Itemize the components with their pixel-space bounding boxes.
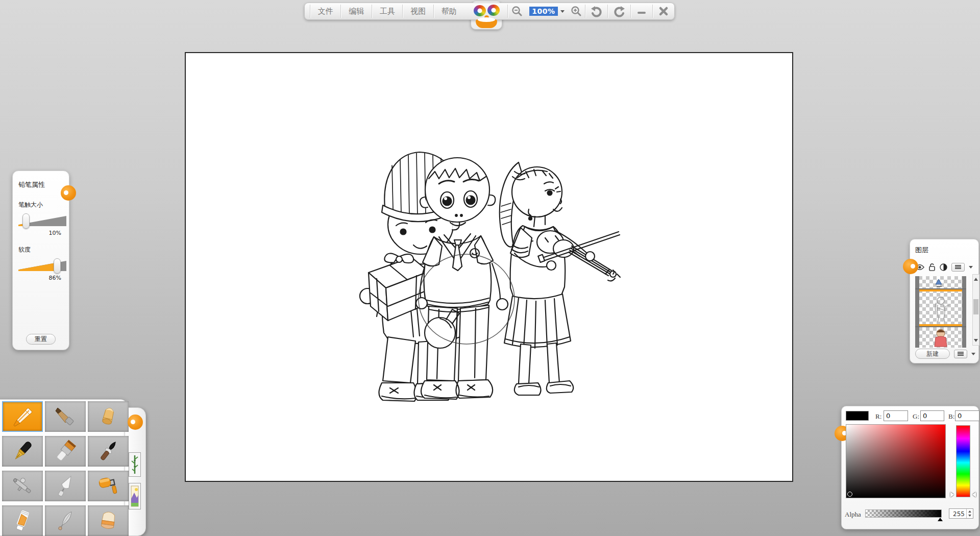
tool-ink-brush[interactable] (88, 436, 129, 467)
green-label: G: (913, 412, 919, 421)
zoom-in-button[interactable] (568, 3, 585, 19)
menu-edit[interactable]: 编辑 (341, 3, 372, 19)
zoom-dropdown-caret-icon[interactable] (560, 10, 565, 13)
tool-pastel-crayon[interactable] (88, 401, 129, 432)
red-label: R: (875, 412, 881, 421)
clown-right-eye-icon (487, 5, 500, 16)
drawing-canvas[interactable] (185, 52, 793, 482)
zoom-out-button[interactable] (508, 3, 526, 19)
ink-brush-icon (96, 439, 120, 464)
menu-lines-icon (955, 265, 961, 269)
softness-thumb[interactable] (54, 258, 61, 274)
clown-mouth-icon (476, 19, 497, 28)
brush-size-slider[interactable] (18, 213, 66, 229)
redo-button[interactable] (608, 3, 630, 19)
layer-menu-caret-icon[interactable] (969, 266, 973, 269)
zoom-level-value[interactable]: 100% (529, 7, 557, 16)
palette-collapse-handle[interactable] (128, 415, 143, 430)
hue-marker-left-icon[interactable] (950, 492, 954, 497)
layer-menu-button[interactable] (951, 263, 965, 272)
charcoal-pencil-icon (53, 404, 78, 429)
pencil-icon (10, 404, 35, 429)
new-layer-button[interactable]: 新建 (915, 349, 950, 359)
alpha-slider[interactable] (865, 509, 942, 518)
redo-arrow-icon (612, 5, 626, 17)
texture-image-icon (131, 485, 139, 507)
layer-item-bottom[interactable] (915, 327, 966, 348)
alpha-decrement-icon[interactable] (968, 515, 971, 517)
red-input[interactable] (884, 410, 908, 421)
tool-fountain-pen[interactable] (2, 436, 43, 467)
pencil-panel-collapse-handle[interactable] (61, 185, 76, 201)
scrollbar-thumb[interactable] (973, 299, 978, 314)
hue-slider[interactable] (956, 425, 970, 497)
softness-value: 86% (18, 275, 64, 281)
palette-knife-icon (53, 474, 78, 498)
tool-pencil[interactable] (2, 401, 43, 432)
tool-paint-tube[interactable] (2, 505, 43, 536)
pencil-properties-panel: 铅笔属性 笔触大小 10% 软度 86% 重置 (12, 170, 69, 350)
tool-paint-roller[interactable] (88, 471, 129, 501)
tool-painting-knife[interactable] (45, 505, 86, 536)
layer-item-top[interactable] (915, 276, 966, 288)
softness-slider[interactable] (18, 258, 66, 274)
alpha-marker-icon[interactable] (938, 518, 943, 521)
paint-tube-icon (10, 508, 35, 533)
application-window: 文件 编辑 工具 视图 帮助 100% (0, 0, 980, 536)
reset-button[interactable]: 重置 (26, 334, 56, 345)
painting-knife-icon (53, 508, 78, 533)
airbrush-icon (10, 474, 35, 498)
tool-eraser[interactable] (88, 505, 129, 536)
brush-size-thumb[interactable] (22, 213, 30, 229)
scroll-down-arrow-icon[interactable] (973, 337, 979, 344)
layer-selected-thumbnail (915, 289, 966, 326)
unlock-padlock-icon[interactable] (928, 263, 936, 271)
alpha-steppers[interactable] (966, 509, 973, 518)
alpha-label: Alpha (845, 510, 861, 519)
layer-options-button[interactable] (954, 350, 967, 358)
menu-tools[interactable]: 工具 (372, 3, 403, 19)
zoom-out-magnifier-icon (511, 6, 523, 17)
blend-contrast-icon[interactable] (940, 263, 947, 271)
brush-size-label: 笔触大小 (18, 201, 64, 209)
undo-arrow-icon (590, 5, 603, 17)
scroll-up-arrow-icon[interactable] (973, 276, 979, 283)
alpha-increment-icon[interactable] (968, 510, 971, 513)
alpha-spinner[interactable]: 255 (949, 508, 973, 519)
menu-help[interactable]: 帮助 (434, 3, 464, 19)
close-button[interactable] (653, 3, 674, 19)
layer-list (915, 276, 966, 348)
tool-flat-brush[interactable] (45, 436, 86, 467)
flat-brush-icon (53, 439, 78, 464)
menu-view[interactable]: 视图 (403, 3, 433, 19)
layers-panel-collapse-handle[interactable] (903, 259, 918, 274)
layer-options-caret-icon[interactable] (971, 353, 975, 355)
bamboo-texture-button[interactable] (129, 452, 141, 477)
zoom-level-combobox[interactable]: 100% (526, 7, 567, 16)
menu-lines-icon (958, 352, 964, 356)
color-cursor[interactable] (847, 492, 852, 497)
boy-with-vest-figure (416, 158, 508, 399)
tool-charcoal-pencil[interactable] (45, 401, 86, 432)
layer-list-scrollbar[interactable] (972, 274, 979, 346)
green-input[interactable] (920, 410, 944, 421)
clown-left-eye-icon (474, 5, 486, 16)
color-picker-panel: R: G: B: Alpha 255 (841, 406, 979, 529)
layer-item-selected[interactable] (915, 289, 966, 326)
pencil-panel-title: 铅笔属性 (18, 180, 64, 189)
hue-marker-right-icon[interactable] (972, 492, 976, 497)
undo-button[interactable] (585, 3, 607, 19)
blue-input[interactable] (955, 410, 979, 421)
menu-file[interactable]: 文件 (310, 3, 341, 19)
app-logo-button[interactable] (471, 1, 502, 30)
pastel-crayon-icon (96, 404, 120, 429)
tool-airbrush[interactable] (2, 471, 43, 501)
current-color-swatch[interactable] (846, 411, 869, 421)
layers-panel: 图层 (910, 239, 979, 363)
canvas-texture-button[interactable] (129, 483, 141, 509)
tool-palette-knife[interactable] (45, 471, 86, 501)
girl-with-violin-figure (500, 162, 620, 395)
close-x-icon (658, 6, 669, 16)
minimize-button[interactable] (630, 3, 652, 19)
saturation-value-gradient[interactable] (846, 424, 946, 498)
